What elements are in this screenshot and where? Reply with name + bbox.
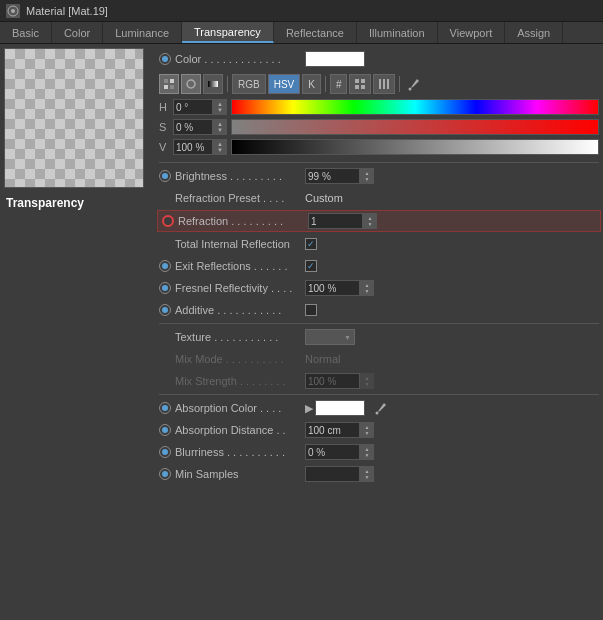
absorption-distance-value: 100 cm	[305, 422, 599, 438]
v-value[interactable]: 100 %	[173, 139, 213, 155]
divider2	[159, 323, 599, 324]
absorption-distance-input[interactable]: 100 cm	[305, 422, 360, 438]
h-gradient[interactable]	[231, 99, 599, 115]
svg-rect-12	[361, 85, 365, 89]
color-row: Color . . . . . . . . . . . . .	[155, 48, 603, 70]
mix-strength-label: Mix Strength . . . . . . . .	[175, 375, 305, 387]
mix-mode-text: Normal	[305, 353, 340, 365]
blurriness-value: 0 %	[305, 444, 599, 460]
exit-reflections-radio[interactable]	[159, 260, 171, 272]
blurriness-spinner[interactable]	[360, 444, 374, 460]
gradient-icon-btn[interactable]	[203, 74, 223, 94]
brightness-radio[interactable]	[159, 170, 171, 182]
absorption-distance-spinner[interactable]	[360, 422, 374, 438]
absorption-color-swatch[interactable]	[315, 400, 365, 416]
tab-illumination[interactable]: Illumination	[357, 22, 438, 43]
brightness-spinner[interactable]	[360, 168, 374, 184]
circle-icon-btn[interactable]	[181, 74, 201, 94]
color-swatch[interactable]	[305, 51, 365, 67]
fresnel-reflectivity-row: Fresnel Reflectivity . . . . 100 %	[155, 277, 603, 299]
hsv-mode-btn[interactable]: HSV	[268, 74, 301, 94]
absorption-distance-label: Absorption Distance . .	[175, 424, 305, 436]
preview-panel: Transparency	[0, 44, 155, 620]
tab-viewport[interactable]: Viewport	[438, 22, 506, 43]
divider1	[159, 162, 599, 163]
color-radio[interactable]	[159, 53, 171, 65]
svg-rect-10	[361, 79, 365, 83]
min-samples-value	[305, 466, 599, 482]
refraction-radio[interactable]	[162, 215, 174, 227]
toolbar-separator2	[325, 76, 326, 92]
min-samples-input[interactable]	[305, 466, 360, 482]
min-samples-spinner[interactable]	[360, 466, 374, 482]
grid1-mode-btn[interactable]	[349, 74, 371, 94]
s-spinner[interactable]	[213, 119, 227, 135]
absorption-color-value: ▶	[305, 398, 599, 418]
brightness-label: Brightness . . . . . . . . .	[175, 170, 305, 182]
brightness-input[interactable]: 99 %	[305, 168, 360, 184]
fresnel-reflectivity-input[interactable]: 100 %	[305, 280, 360, 296]
hex-mode-btn[interactable]: #	[330, 74, 348, 94]
total-internal-reflection-checkbox[interactable]	[305, 238, 317, 250]
h-spinner[interactable]	[213, 99, 227, 115]
absorption-eyedropper[interactable]	[371, 398, 391, 418]
exit-reflections-checkbox[interactable]	[305, 260, 317, 272]
mix-strength-row: Mix Strength . . . . . . . . 100 %	[155, 370, 603, 392]
tab-basic[interactable]: Basic	[0, 22, 52, 43]
mix-mode-label: Mix Mode . . . . . . . . . .	[175, 353, 305, 365]
min-samples-label: Min Samples	[175, 468, 305, 480]
tab-transparency[interactable]: Transparency	[182, 22, 274, 43]
blurriness-input[interactable]: 0 %	[305, 444, 360, 460]
refraction-preset-text: Custom	[305, 192, 343, 204]
svg-rect-15	[387, 79, 389, 89]
tab-color[interactable]: Color	[52, 22, 103, 43]
absorption-distance-radio[interactable]	[159, 424, 171, 436]
svg-point-16	[409, 88, 412, 91]
svg-rect-11	[355, 85, 359, 89]
exit-reflections-label: Exit Reflections . . . . . .	[175, 260, 305, 272]
absorption-color-radio[interactable]	[159, 402, 171, 414]
additive-radio[interactable]	[159, 304, 171, 316]
exit-reflections-row: Exit Reflections . . . . . .	[155, 255, 603, 277]
mix-mode-value: Normal	[305, 353, 599, 365]
refraction-preset-row: Refraction Preset . . . . Custom	[155, 187, 603, 209]
refraction-input[interactable]: 1	[308, 213, 363, 229]
color-value	[305, 51, 599, 67]
min-samples-radio[interactable]	[159, 468, 171, 480]
title-text: Material [Mat.19]	[26, 5, 108, 17]
properties-panel: Color . . . . . . . . . . . . .	[155, 44, 603, 620]
k-mode-btn[interactable]: K	[302, 74, 321, 94]
refraction-spinner[interactable]	[363, 213, 377, 229]
svg-rect-14	[383, 79, 385, 89]
v-spinner[interactable]	[213, 139, 227, 155]
color-picker-toolbar: RGB HSV K #	[159, 72, 599, 96]
tab-luminance[interactable]: Luminance	[103, 22, 182, 43]
section-title: Transparency	[4, 196, 151, 210]
additive-checkbox[interactable]	[305, 304, 317, 316]
svg-rect-5	[164, 85, 168, 89]
fresnel-reflectivity-radio[interactable]	[159, 282, 171, 294]
svg-rect-9	[355, 79, 359, 83]
v-gradient[interactable]	[231, 139, 599, 155]
v-label: V	[159, 141, 173, 153]
mix-mode-row: Mix Mode . . . . . . . . . . Normal	[155, 348, 603, 370]
s-value[interactable]: 0 %	[173, 119, 213, 135]
total-internal-reflection-row: Total Internal Reflection	[155, 233, 603, 255]
refraction-preset-label: Refraction Preset . . . .	[175, 192, 305, 204]
grid2-mode-btn[interactable]	[373, 74, 395, 94]
blurriness-radio[interactable]	[159, 446, 171, 458]
divider3	[159, 394, 599, 395]
absorption-color-arrow: ▶	[305, 402, 313, 415]
total-internal-reflection-value	[305, 238, 599, 250]
texture-dropdown[interactable]: ▼	[305, 329, 355, 345]
s-gradient[interactable]	[231, 119, 599, 135]
tab-assign[interactable]: Assign	[505, 22, 563, 43]
svg-point-7	[187, 80, 195, 88]
rgb-mode-btn[interactable]: RGB	[232, 74, 266, 94]
h-value[interactable]: 0 °	[173, 99, 213, 115]
tab-reflectance[interactable]: Reflectance	[274, 22, 357, 43]
fresnel-reflectivity-value: 100 %	[305, 280, 599, 296]
mix-icon-btn[interactable]	[159, 74, 179, 94]
eyedropper-btn[interactable]	[404, 74, 424, 94]
fresnel-reflectivity-spinner[interactable]	[360, 280, 374, 296]
